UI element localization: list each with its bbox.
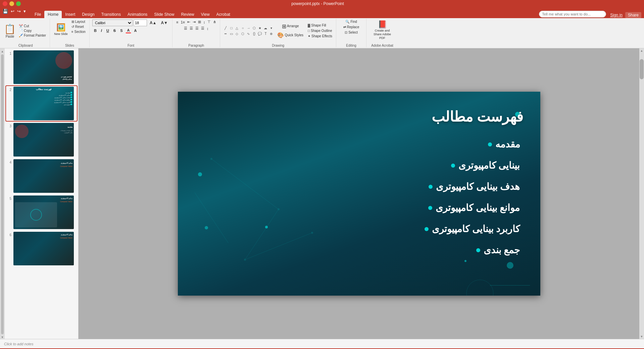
window-controls[interactable] [3,1,21,6]
tab-acrobat[interactable]: Acrobat [213,11,234,18]
shape-hexagon[interactable]: ⬡ [240,31,245,36]
shadow-button[interactable]: S [118,28,124,33]
shape-more[interactable]: ▾ [268,25,274,31]
tab-home[interactable]: Home [44,11,62,18]
main-slide[interactable]: فهرست مطالب مقدمه بینایی کامپیوتری هدف ب… [178,92,540,296]
text-direction-button[interactable]: ↕ [202,19,206,25]
notes-bar[interactable]: Click to add notes [0,339,644,348]
slide-item-3[interactable]: 3 مقدمه متن مقدمه و توضیحاتبینایی کامپیو… [6,122,77,157]
slide-thumb-2: فهرست مطالب مقدمه بینایی کامپیوتری هدف ب… [13,87,74,120]
undo-icon[interactable]: ↩ [10,9,15,14]
tab-view[interactable]: View [198,11,213,18]
slide-item-1[interactable]: 1 تشخیص چهره وبینایی رایانه‌ای [6,50,77,85]
minimize-btn[interactable] [9,1,14,6]
shape-callout[interactable]: 💬 [257,31,262,36]
font-size-input[interactable] [134,19,147,26]
paste-button[interactable]: 📋 Paste [4,24,16,38]
line-spacing-button[interactable]: ↕ [206,26,210,31]
font-highlight-button[interactable]: A [132,28,138,33]
slide-item-6[interactable]: 6 بینایی کامپیوتری Computer Vision [6,231,77,266]
tab-animations[interactable]: Animations [124,11,151,18]
shape-curve[interactable]: ∿ [246,31,251,36]
left-scroll[interactable]: ▲ ▼ [0,48,5,339]
section-button[interactable]: ≡ Section [70,30,87,34]
shape-line2[interactable]: ━ [223,31,228,36]
redo-icon[interactable]: ↪ [16,9,21,14]
align-left-button[interactable]: ☰ [183,26,188,31]
acrobat-group: 📕 Create and Share Adobe PDF Adobe Acrob… [366,19,398,47]
shape-triangle[interactable]: △ [234,25,240,31]
reset-button[interactable]: ↺ Reset [70,25,87,29]
shape-fill-button[interactable]: ▓ Shape Fill [307,23,333,28]
tab-insert[interactable]: Insert [62,11,79,18]
format-painter-button[interactable]: 🖌️ Format Painter [18,33,47,38]
slide-item-4[interactable]: 4 بینایی کامپیوتری Computer Vision [6,159,77,193]
copy-button[interactable]: 📄 Copy [18,29,47,33]
tab-file[interactable]: File [31,11,44,18]
shape-diamond[interactable]: ◇ [234,31,240,36]
shape-last[interactable]: ⊕ [268,31,274,36]
cut-button[interactable]: ✂️ Cut [18,24,47,28]
shape-rounded[interactable]: ▭ [229,31,234,36]
shape-line[interactable]: ╱ [223,25,228,31]
bullet-item-4: کاربرد بینایی کامپیوتری [425,223,520,234]
font-increase-button[interactable]: A▲ [148,20,158,26]
slide-panel[interactable]: 1 تشخیص چهره وبینایی رایانه‌ای 2 فهرست م… [5,48,79,339]
right-scroll[interactable]: ▲ ▼ [639,48,644,339]
shape-effects-button[interactable]: ✦ Shape Effects [307,34,333,38]
increase-indent-button[interactable]: ⇥ [192,19,197,25]
decrease-indent-button[interactable]: ⇤ [186,19,191,25]
shape-cloud[interactable]: ☁ [263,25,268,31]
arrange-button[interactable]: ⊞ Arrange [276,23,305,30]
tab-slideshow[interactable]: Slide Show [151,11,178,18]
strikethrough-button[interactable]: S [112,28,117,33]
italic-button[interactable]: I [99,28,104,33]
align-text-button[interactable]: ⊤ [206,19,212,25]
slide-thumb-1: تشخیص چهره وبینایی رایانه‌ای [13,50,74,84]
create-pdf-button[interactable]: 📕 Create and Share Adobe PDF [369,19,395,41]
new-slide-button[interactable]: 🖼️ New Slide [53,19,69,40]
quick-styles-button[interactable]: 🎨 Quick Styles [276,31,305,39]
slide-item-2[interactable]: 2 فهرست مطالب مقدمه بینایی کامپیوتری هدف… [6,86,77,121]
slide-item-5[interactable]: 5 بینایی کامپیوتری Computer Vision [6,195,77,230]
find-button[interactable]: 🔍 Find [344,19,358,24]
justify-button[interactable]: ☰ [200,26,205,31]
underline-button[interactable]: U [105,28,111,33]
convert-smartart-button[interactable]: ⋔ [212,19,217,25]
replace-button[interactable]: ⇄ Replace [342,25,360,29]
close-btn[interactable] [3,1,7,6]
font-label: Font [90,44,172,47]
shape-outline-button[interactable]: □ Shape Outline [307,29,333,33]
align-center-button[interactable]: ☰ [189,26,194,31]
columns-button[interactable]: ⊞ [197,19,202,25]
customize-icon[interactable]: ▾ [23,9,27,14]
bold-button[interactable]: B [92,28,98,33]
font-decrease-button[interactable]: A▼ [159,20,169,26]
numbering-button[interactable]: 1≡ [180,19,186,25]
align-right-button[interactable]: ☰ [194,26,200,31]
maximize-btn[interactable] [16,1,21,6]
find-icon: 🔍 [345,20,349,24]
layout-button[interactable]: ⊞ Layout [70,19,87,24]
tab-design[interactable]: Design [79,11,98,18]
font-color-button[interactable]: A [126,28,132,33]
select-button[interactable]: ⊡ Select [344,30,359,35]
shape-pentagon[interactable]: ⬠ [251,25,257,31]
shape-circle[interactable]: ○ [240,25,245,31]
tab-transitions[interactable]: Transitions [98,11,124,18]
shape-equation[interactable]: {} [251,31,257,36]
search-input[interactable] [539,11,606,17]
share-button[interactable]: Share [625,12,641,18]
bullet-text-3: موانع بینایی کامپیوتری [436,202,520,213]
shape-star[interactable]: ★ [257,25,262,31]
font-family-select[interactable]: Calibri [92,19,133,26]
quick-access-toolbar: 💾 ↩ ↪ ▾ [0,7,29,15]
tab-review[interactable]: Review [178,11,197,18]
bullets-button[interactable]: ≡ [175,19,179,25]
shape-text[interactable]: T [263,31,268,36]
signin-link[interactable]: Sign in [610,13,623,17]
save-icon[interactable]: 💾 [2,9,9,14]
ribbon: 📋 Paste ✂️ Cut 📄 Copy 🖌️ Format Painter … [0,18,644,48]
shape-arrow[interactable]: → [246,25,251,31]
shape-rect[interactable]: □ [229,25,234,31]
